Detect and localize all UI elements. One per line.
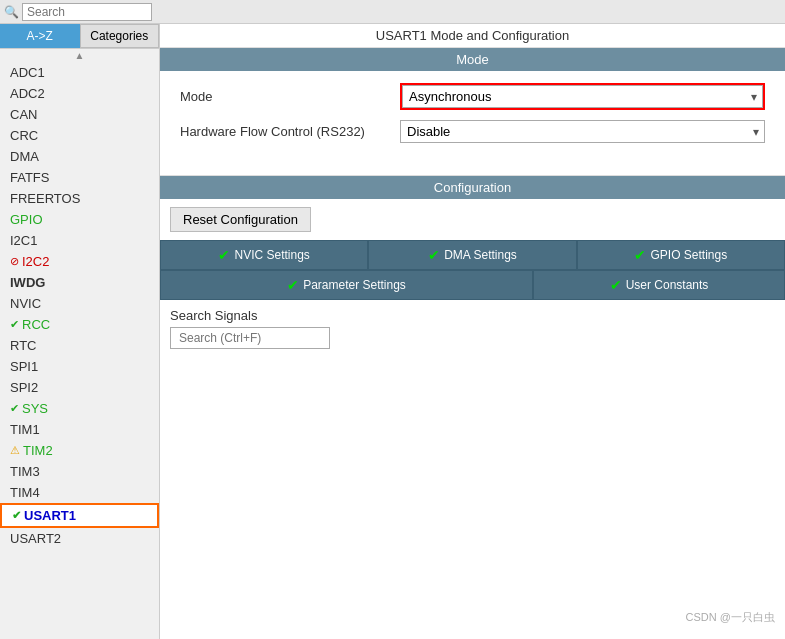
sidebar-item-adc2[interactable]: ADC2 (0, 83, 159, 104)
sidebar-item-label: TIM4 (10, 485, 40, 500)
sidebar-item-usart1[interactable]: ✔ USART1 (0, 503, 159, 528)
sidebar-item-gpio[interactable]: GPIO (0, 209, 159, 230)
sidebar-item-spi1[interactable]: SPI1 (0, 356, 159, 377)
mode-select[interactable]: Asynchronous Disable Synchronous Single … (402, 85, 763, 108)
mode-label: Mode (180, 89, 400, 104)
config-tabs-row1: ✔ NVIC Settings ✔ DMA Settings ✔ GPIO Se… (160, 240, 785, 270)
sidebar-item-label: TIM1 (10, 422, 40, 437)
config-section-header: Configuration (160, 176, 785, 199)
hw-flow-field-row: Hardware Flow Control (RS232) Disable RT… (180, 120, 765, 143)
sidebar-item-label: USART1 (24, 508, 76, 523)
sidebar-item-label: RTC (10, 338, 36, 353)
tab-nvic-label: NVIC Settings (234, 248, 309, 262)
sidebar-item-label: TIM3 (10, 464, 40, 479)
tab-user-label: User Constants (626, 278, 709, 292)
error-icon: ⊘ (10, 255, 19, 268)
mode-select-wrap: Asynchronous Disable Synchronous Single … (400, 83, 765, 110)
sidebar-item-tim3[interactable]: TIM3 (0, 461, 159, 482)
sidebar-item-label: NVIC (10, 296, 41, 311)
config-buttons-row: Reset Configuration (160, 199, 785, 240)
sidebar-item-label: ADC1 (10, 65, 45, 80)
tab-gpio-settings[interactable]: ✔ GPIO Settings (577, 240, 785, 270)
mode-fields: Mode Asynchronous Disable Synchronous Si… (160, 71, 785, 165)
main-layout: A->Z Categories ▲ ADC1 ADC2 CAN CRC DMA … (0, 24, 785, 639)
mode-section-header: Mode (160, 48, 785, 71)
sidebar-item-spi2[interactable]: SPI2 (0, 377, 159, 398)
sidebar-item-iwdg[interactable]: IWDG (0, 272, 159, 293)
scroll-indicator: ▲ (0, 49, 159, 62)
config-section: Configuration Reset Configuration ✔ NVIC… (160, 175, 785, 639)
sidebar-item-label: ADC2 (10, 86, 45, 101)
sidebar-item-rcc[interactable]: ✔ RCC (0, 314, 159, 335)
sidebar-tabs: A->Z Categories (0, 24, 159, 49)
search-signals-label: Search Signals (170, 308, 775, 323)
check-icon: ✔ (10, 318, 19, 331)
sidebar-item-label: CRC (10, 128, 38, 143)
sidebar-item-label: I2C1 (10, 233, 37, 248)
top-search-input[interactable] (22, 3, 152, 21)
sidebar-item-adc1[interactable]: ADC1 (0, 62, 159, 83)
sidebar-item-label: SPI2 (10, 380, 38, 395)
sidebar-item-usart2[interactable]: USART2 (0, 528, 159, 549)
sidebar-item-dma[interactable]: DMA (0, 146, 159, 167)
sidebar-item-freertos[interactable]: FREERTOS (0, 188, 159, 209)
sidebar-item-tim4[interactable]: TIM4 (0, 482, 159, 503)
sidebar-item-i2c1[interactable]: I2C1 (0, 230, 159, 251)
sidebar-item-fatfs[interactable]: FATFS (0, 167, 159, 188)
warn-icon: ⚠ (10, 444, 20, 457)
tab-gpio-label: GPIO Settings (650, 248, 727, 262)
sidebar-item-label: RCC (22, 317, 50, 332)
search-icon: 🔍 (4, 5, 19, 19)
check-icon: ✔ (634, 247, 646, 263)
sidebar-item-label: IWDG (10, 275, 45, 290)
sidebar-item-label: DMA (10, 149, 39, 164)
sidebar-item-rtc[interactable]: RTC (0, 335, 159, 356)
check-icon: ✔ (12, 509, 21, 522)
sidebar-item-label: TIM2 (23, 443, 53, 458)
tab-nvic-settings[interactable]: ✔ NVIC Settings (160, 240, 368, 270)
sidebar-item-label: GPIO (10, 212, 43, 227)
tab-dma-label: DMA Settings (444, 248, 517, 262)
sidebar-tab-categories[interactable]: Categories (80, 24, 160, 48)
search-signals-input[interactable] (170, 327, 330, 349)
check-icon: ✔ (218, 247, 230, 263)
sidebar-item-nvic[interactable]: NVIC (0, 293, 159, 314)
config-tabs-row2: ✔ Parameter Settings ✔ User Constants (160, 270, 785, 300)
search-signals-area: Search Signals CSDN @一只白虫 (160, 300, 785, 639)
watermark-text: CSDN @一只白虫 (686, 610, 775, 625)
mode-field-row: Mode Asynchronous Disable Synchronous Si… (180, 83, 765, 110)
sidebar-item-label: FREERTOS (10, 191, 80, 206)
sidebar-item-label: SYS (22, 401, 48, 416)
top-search-bar: 🔍 (0, 0, 785, 24)
hw-flow-label: Hardware Flow Control (RS232) (180, 124, 400, 139)
check-icon: ✔ (610, 277, 622, 293)
sidebar-item-label: SPI1 (10, 359, 38, 374)
tab-user-constants[interactable]: ✔ User Constants (533, 270, 785, 300)
sidebar-item-label: USART2 (10, 531, 61, 546)
sidebar-item-i2c2[interactable]: ⊘ I2C2 (0, 251, 159, 272)
tab-dma-settings[interactable]: ✔ DMA Settings (368, 240, 576, 270)
sidebar-item-crc[interactable]: CRC (0, 125, 159, 146)
sidebar: A->Z Categories ▲ ADC1 ADC2 CAN CRC DMA … (0, 24, 160, 639)
sidebar-item-can[interactable]: CAN (0, 104, 159, 125)
sidebar-item-sys[interactable]: ✔ SYS (0, 398, 159, 419)
check-icon: ✔ (287, 277, 299, 293)
sidebar-item-tim1[interactable]: TIM1 (0, 419, 159, 440)
hw-flow-select[interactable]: Disable RTS CTS RTS/CTS (400, 120, 765, 143)
check-icon: ✔ (428, 247, 440, 263)
sidebar-item-label: I2C2 (22, 254, 49, 269)
content-title: USART1 Mode and Configuration (160, 24, 785, 48)
hw-flow-select-wrap: Disable RTS CTS RTS/CTS (400, 120, 765, 143)
tab-parameter-settings[interactable]: ✔ Parameter Settings (160, 270, 533, 300)
content-panel: USART1 Mode and Configuration Mode Mode … (160, 24, 785, 639)
sidebar-item-label: FATFS (10, 170, 49, 185)
sidebar-item-tim2[interactable]: ⚠ TIM2 (0, 440, 159, 461)
check-icon: ✔ (10, 402, 19, 415)
reset-configuration-button[interactable]: Reset Configuration (170, 207, 311, 232)
tab-param-label: Parameter Settings (303, 278, 406, 292)
sidebar-item-label: CAN (10, 107, 37, 122)
sidebar-tab-az[interactable]: A->Z (0, 24, 80, 48)
